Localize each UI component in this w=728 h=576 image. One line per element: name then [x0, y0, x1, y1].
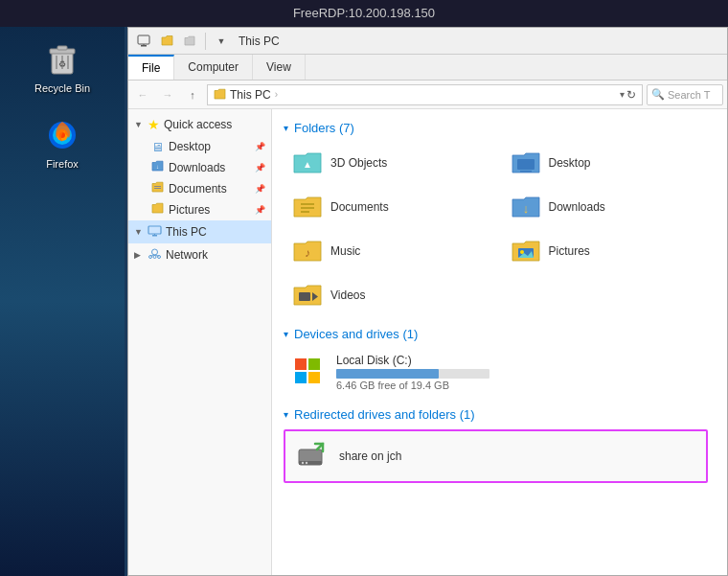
svg-rect-38: [299, 292, 310, 301]
documents-label: Documents: [169, 182, 227, 196]
toolbar-divider: [205, 33, 206, 50]
quick-access-label: Quick access: [164, 118, 265, 131]
svg-rect-28: [517, 159, 535, 170]
address-chevron[interactable]: ▾: [620, 89, 625, 100]
recycle-bin-image: ♻: [43, 40, 81, 79]
svg-text:♻: ♻: [58, 59, 66, 69]
sidebar-item-downloads[interactable]: ↓ Downloads 📌: [128, 157, 271, 178]
pictures-label: Pictures: [169, 203, 210, 217]
redirected-section-header: ▾ Redirected drives and folders (1): [284, 407, 716, 422]
redirected-share-jch[interactable]: share on jch: [284, 429, 708, 483]
tab-view[interactable]: View: [253, 55, 306, 80]
firefox-label: Firefox: [46, 158, 79, 170]
firefox-icon[interactable]: Firefox: [35, 112, 89, 173]
main-content: ▼ ★ Quick access 🖥 Desktop 📌 ↓ Downloads…: [128, 109, 727, 575]
sidebar-item-desktop[interactable]: 🖥 Desktop 📌: [128, 136, 271, 157]
forward-button[interactable]: →: [157, 84, 178, 105]
svg-rect-18: [152, 235, 157, 237]
title-text: FreeRDP:10.200.198.150: [293, 6, 435, 20]
devices-collapse-btn[interactable]: ▾: [284, 329, 288, 339]
svg-rect-43: [308, 372, 320, 383]
address-refresh[interactable]: ↻: [626, 88, 636, 102]
folder-3d-icon: ▲: [292, 148, 323, 178]
firefox-svg: [44, 117, 80, 153]
folders-grid: ▲ 3D Objects Desktop: [284, 143, 716, 315]
this-pc-img-icon: [148, 225, 162, 240]
svg-point-46: [302, 462, 304, 464]
address-bar: ← → ↑ This PC › ▾ ↻ 🔍 Search T: [128, 81, 727, 109]
network-label: Network: [166, 248, 265, 262]
devices-section-title: Devices and drives (1): [294, 327, 418, 341]
quick-access-toolbar: ▼ This PC: [128, 28, 727, 55]
folder-videos-label: Videos: [330, 288, 365, 302]
svg-rect-15: [154, 186, 161, 187]
tab-file[interactable]: File: [128, 55, 174, 80]
downloads-folder-icon: ↓: [151, 160, 165, 175]
search-icon: 🔍: [651, 88, 665, 101]
folder-desktop-icon: [511, 148, 541, 178]
folder-3d-objects[interactable]: ▲ 3D Objects: [284, 143, 498, 183]
local-disk-name: Local Disk (C:): [336, 354, 707, 367]
recycle-bin-svg: ♻: [44, 41, 80, 78]
folder-nav-btn[interactable]: [157, 32, 176, 51]
drive-bar: [336, 369, 439, 379]
local-disk-icon: [292, 356, 327, 390]
sidebar: ▼ ★ Quick access 🖥 Desktop 📌 ↓ Downloads…: [128, 109, 272, 575]
dropdown-btn[interactable]: ▼: [212, 32, 231, 51]
folder-videos[interactable]: Videos: [284, 275, 498, 315]
redirected-section-title: Redirected drives and folders (1): [294, 407, 475, 422]
folders-collapse-btn[interactable]: ▾: [284, 123, 288, 133]
pin-icon-documents: 📌: [255, 184, 265, 194]
tab-computer[interactable]: Computer: [174, 55, 253, 80]
title-bar: FreeRDP:10.200.198.150: [0, 0, 728, 27]
desktop-folder-icon: 🖥: [151, 140, 165, 154]
network-img-icon: [148, 248, 162, 263]
svg-text:↓: ↓: [522, 201, 529, 216]
this-pc-label: This PC: [166, 225, 265, 239]
sidebar-item-documents[interactable]: Documents 📌: [128, 178, 271, 199]
sidebar-item-pictures[interactable]: Pictures 📌: [128, 199, 271, 220]
explorer-window: ▼ This PC File Computer View ← → ↑ This …: [127, 27, 728, 576]
svg-rect-17: [148, 226, 161, 234]
sidebar-item-quick-access[interactable]: ▼ ★ Quick access: [128, 113, 271, 136]
sidebar-item-network[interactable]: ▶ Network: [128, 243, 271, 266]
recycle-bin-icon[interactable]: ♻ Recycle Bin: [27, 36, 98, 98]
back-button[interactable]: ←: [132, 84, 153, 105]
folder-documents[interactable]: Documents: [284, 187, 498, 227]
network-arrow: ▶: [134, 250, 144, 260]
local-disk-item[interactable]: Local Disk (C:) 6.46 GB free of 19.4 GB: [284, 349, 716, 396]
folder-desktop-label: Desktop: [549, 156, 591, 170]
devices-section-header: ▾ Devices and drives (1): [284, 327, 716, 341]
folder-nav-svg: [161, 35, 173, 47]
ribbon-tabs: File Computer View: [128, 55, 727, 80]
svg-rect-31: [301, 207, 314, 209]
svg-rect-16: [154, 188, 161, 189]
svg-rect-11: [138, 35, 149, 44]
folder-music[interactable]: ♪ Music: [284, 231, 498, 271]
folder-small-btn[interactable]: [180, 32, 199, 51]
search-box[interactable]: 🔍 Search T: [647, 84, 723, 105]
folder-music-label: Music: [330, 244, 360, 258]
folder-videos-icon: [292, 280, 323, 311]
quick-access-arrow: ▼: [134, 120, 144, 129]
this-pc-arrow: ▼: [134, 227, 144, 237]
monitor-icon-btn[interactable]: [134, 32, 153, 51]
folder-desktop[interactable]: Desktop: [502, 143, 717, 183]
folder-downloads[interactable]: ↓ Downloads: [502, 187, 717, 227]
svg-rect-12: [141, 45, 147, 47]
address-box[interactable]: This PC › ▾ ↻: [207, 84, 643, 105]
svg-point-20: [152, 249, 158, 255]
content-pane: ▾ Folders (7) ▲ 3D Objects: [272, 109, 727, 575]
folder-documents-icon: [292, 192, 323, 222]
folder-downloads-label: Downloads: [549, 200, 605, 214]
svg-point-36: [520, 250, 524, 254]
up-button[interactable]: ↑: [182, 84, 203, 105]
desktop: ♻ Recycle Bin Firefox: [0, 27, 125, 576]
folder-pictures-label: Pictures: [549, 244, 590, 258]
folder-pictures[interactable]: Pictures: [502, 231, 717, 271]
redirected-collapse-btn[interactable]: ▾: [284, 409, 288, 420]
sidebar-item-this-pc[interactable]: ▼ This PC: [128, 220, 271, 243]
svg-rect-2: [57, 46, 67, 50]
address-separator: ›: [275, 89, 278, 100]
drive-bar-container: [336, 369, 489, 379]
